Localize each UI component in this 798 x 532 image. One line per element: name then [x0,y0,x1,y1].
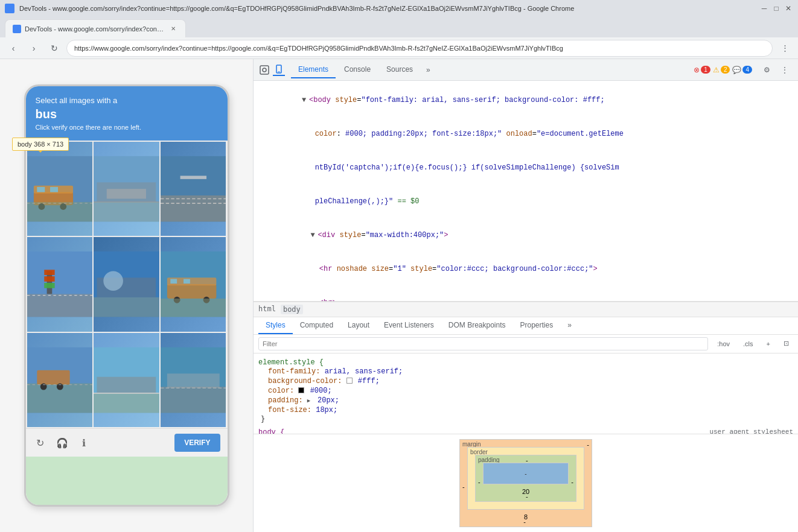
styles-tab-properties[interactable]: Properties [513,317,561,334]
svg-point-41 [40,383,46,390]
info-icon: 💬 [732,66,741,74]
tree-line-body-4[interactable]: pleChallenge(,);}"⁩ == $0 [254,185,798,218]
devtools-badges: ⊗ 1 ⚠ 2 💬 4 [694,66,752,74]
breadcrumb-body[interactable]: body [281,305,303,314]
svg-rect-49 [161,387,226,413]
svg-rect-4 [50,187,58,192]
captcha-cell-6[interactable] [161,237,226,331]
style-padding[interactable]: padding: ▶ 20px; [258,396,793,405]
margin-bottom-val: - [523,518,526,525]
captcha-cell-3[interactable] [161,142,226,236]
devtools-device-button[interactable] [273,64,285,76]
tab-sources[interactable]: Sources [379,62,420,78]
svg-rect-21 [44,270,54,276]
styles-hov-button[interactable]: :hov [713,338,734,349]
styles-add-button[interactable]: + [762,338,774,349]
content-size: - [525,470,526,477]
devtools-more-tabs[interactable]: » [421,62,435,78]
styles-content: element.style { font-family: arial, sans… [254,353,798,434]
box-model: margin - - - - border - padding [459,439,592,527]
captcha-cell-1[interactable] [27,142,93,236]
captcha-header: Select all images with a bus Click verif… [26,86,228,141]
svg-rect-15 [161,195,226,221]
style-font-family[interactable]: font-family: arial, sans-serif; [258,367,793,376]
captcha-cell-5[interactable] [94,237,159,331]
svg-rect-22 [44,276,54,282]
captcha-cell-9[interactable] [161,333,226,427]
svg-rect-23 [44,283,54,288]
warn-icon: ⚠ [713,66,720,74]
svg-rect-45 [97,376,156,393]
styles-tab-event-listeners[interactable]: Event Listeners [377,317,441,334]
maximize-button[interactable]: □ [771,4,781,13]
svg-rect-16 [180,176,206,179]
error-icon: ⊗ [694,66,700,74]
captcha-cell-7[interactable] [27,333,93,427]
tab-console[interactable]: Console [337,62,378,78]
tree-line-br[interactable]: <br> [254,286,798,302]
browser-settings-button[interactable]: ⋮ [776,40,793,57]
svg-rect-37 [161,299,226,317]
box-margin: margin - - - - border - padding [459,439,592,527]
styles-tab-layout[interactable]: Layout [340,317,377,334]
styles-section: Styles Computed Layout Event Listeners D… [254,317,798,533]
bg-color-swatch[interactable] [346,378,353,384]
captcha-grid [26,141,228,428]
color-swatch[interactable] [298,387,304,393]
svg-rect-3 [37,187,45,192]
captcha-cell-4[interactable] [27,237,93,331]
styles-tab-more[interactable]: » [560,317,579,334]
svg-point-53 [263,68,266,72]
back-button[interactable]: ‹ [5,40,22,57]
breadcrumb-html[interactable]: html [258,305,276,314]
audio-icon[interactable]: 🎧 [55,435,69,450]
styles-tab-computed[interactable]: Computed [293,317,340,334]
styles-toolbar: :hov .cls + ⊡ [254,335,798,353]
element-style-rule: element.style { font-family: arial, sans… [258,358,793,423]
info-icon[interactable]: ℹ [77,435,91,450]
minimize-button[interactable]: ─ [759,4,769,13]
tree-line-hr1[interactable]: <hr noshade size="1" style="color:#ccc; … [254,252,798,286]
address-bar-row: ‹ › ↻ https://www.google.com/sorry/index… [0,37,798,59]
margin-right-val: - [587,441,589,448]
close-button[interactable]: ✕ [784,4,793,13]
tab-bar: DevTools - www.google.com/sorry/index?co… [0,17,798,37]
devtools-tabs: Elements Console Sources » ⊗ 1 ⚠ 2 💬 [254,59,798,81]
styles-cls-button[interactable]: .cls [739,338,758,349]
captcha-cell-8[interactable] [94,333,159,427]
padding-expand[interactable]: ▶ [307,397,313,404]
style-background-color[interactable]: background-color: #fff; [258,376,793,386]
tree-line-div1[interactable]: ▼ <div style="max-width:400px;"> [254,218,798,252]
styles-filter-input[interactable] [258,337,708,350]
styles-layout-button[interactable]: ⊡ [779,338,793,349]
tab-elements[interactable]: Elements [291,62,336,78]
style-color[interactable]: color: #000; [258,386,793,396]
captcha-description: Click verify once there are none left. [36,124,218,131]
refresh-icon[interactable]: ↻ [33,435,48,450]
svg-rect-40 [37,370,69,385]
styles-tab-styles[interactable]: Styles [258,317,293,334]
breadcrumb-bar: html body [254,302,798,317]
forward-button[interactable]: › [25,40,42,57]
title-bar-buttons: ─ □ ✕ [759,4,793,13]
address-bar[interactable]: https://www.google.com/sorry/index?conti… [66,40,773,57]
svg-rect-52 [260,66,269,74]
captcha-cell-2[interactable] [94,142,159,236]
info-badge-group: 💬 4 [732,66,752,74]
svg-rect-46 [94,393,159,413]
tab-close-button[interactable]: ✕ [168,24,178,34]
tree-line-body[interactable]: ▼ <body style="font-family: arial, sans-… [254,83,798,117]
padding-right-val: - [571,478,573,486]
styles-tab-dom-breakpoints[interactable]: DOM Breakpoints [441,317,513,334]
html-tree[interactable]: ▼ <body style="font-family: arial, sans-… [254,81,798,302]
svg-point-28 [103,271,123,291]
browser-tab[interactable]: DevTools - www.google.com/sorry/index?co… [5,19,186,37]
reload-button[interactable]: ↻ [46,40,63,57]
style-font-size[interactable]: font-size: 18px; [258,405,793,415]
verify-button[interactable]: VERIFY [174,434,220,452]
devtools-settings-button[interactable]: ⚙ [758,62,775,78]
margin-center-value: 8 [465,512,587,522]
devtools-inspect-button[interactable] [258,64,270,76]
devtools-menu-button[interactable]: ⋮ [776,62,793,78]
svg-rect-29 [94,297,159,317]
